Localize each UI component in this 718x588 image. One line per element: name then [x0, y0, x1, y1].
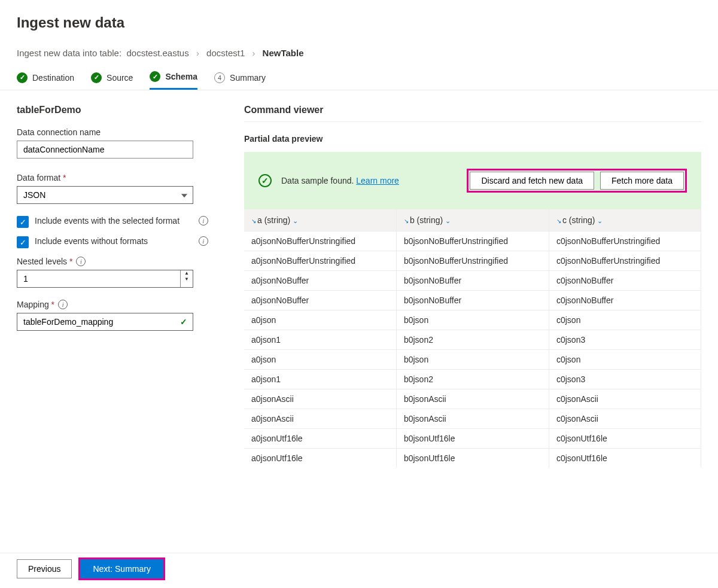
column-header[interactable]: ↘c (string)⌄ [549, 209, 701, 231]
chevron-right-icon: › [252, 48, 255, 58]
breadcrumb: Ingest new data into table: docstest.eas… [17, 48, 701, 58]
check-icon: ✓ [91, 72, 102, 83]
highlight-annotation: Discard and fetch new data Fetch more da… [467, 169, 687, 193]
step-label: Schema [165, 72, 197, 81]
table-row: a0jsonUtf16leb0jsonUtf16lec0jsonUtf16le [244, 449, 701, 468]
breadcrumb-item-current: NewTable [263, 48, 304, 58]
info-icon[interactable]: i [58, 300, 68, 309]
table-cell: b0jsonNoBufferUnstringified [396, 231, 549, 251]
data-format-label: Data format [17, 173, 66, 182]
table-row: a0jsonAsciib0jsonAsciic0jsonAscii [244, 389, 701, 409]
table-cell: b0jsonAscii [396, 409, 549, 429]
data-sample-alert: ✓ Data sample found. Learn more Discard … [244, 152, 701, 209]
table-cell: b0json2 [396, 330, 549, 350]
table-cell: c0json3 [549, 330, 701, 350]
checkbox-checked-icon: ✓ [17, 236, 29, 248]
check-icon: ✓ [150, 71, 160, 82]
table-cell: a0json1 [244, 330, 396, 350]
table-cell: a0json1 [244, 370, 396, 389]
table-row: a0jsonNoBufferUnstringifiedb0jsonNoBuffe… [244, 231, 701, 251]
table-row: a0jsonb0jsonc0json [244, 350, 701, 370]
conn-name-input[interactable] [17, 141, 193, 159]
table-cell: a0jsonUtf16le [244, 449, 396, 468]
fetch-more-button[interactable]: Fetch more data [600, 172, 684, 190]
checkbox-checked-icon: ✓ [17, 216, 29, 228]
conn-name-label: Data connection name [17, 127, 208, 137]
table-cell: a0jsonAscii [244, 389, 396, 409]
learn-more-link[interactable]: Learn more [356, 176, 399, 185]
table-cell: b0jsonUtf16le [396, 429, 549, 449]
info-icon[interactable]: i [199, 236, 208, 246]
table-cell: c0jsonNoBuffer [549, 291, 701, 310]
table-cell: a0jsonUtf16le [244, 429, 396, 449]
step-label: Source [107, 73, 133, 83]
table-cell: c0json [549, 350, 701, 370]
table-cell: a0jsonAscii [244, 409, 396, 429]
table-row: a0jsonb0jsonc0json [244, 310, 701, 330]
table-cell: b0json [396, 310, 549, 330]
alert-text: Data sample found. Learn more [281, 176, 458, 185]
step-label: Destination [32, 73, 74, 83]
check-icon: ✓ [17, 72, 28, 83]
preview-heading: Partial data preview [244, 134, 701, 144]
table-cell: b0json2 [396, 370, 549, 389]
table-row: a0jsonNoBufferb0jsonNoBufferc0jsonNoBuff… [244, 291, 701, 310]
breadcrumb-item[interactable]: docstest1 [206, 48, 245, 58]
success-icon: ✓ [258, 174, 272, 187]
chevron-right-icon: › [196, 48, 199, 58]
info-icon[interactable]: i [76, 257, 86, 266]
checkbox-selected-format[interactable]: ✓ Include events with the selected forma… [17, 216, 208, 228]
valid-check-icon: ✓ [180, 317, 187, 327]
table-cell: b0jsonNoBuffer [396, 291, 549, 310]
discard-fetch-button[interactable]: Discard and fetch new data [470, 172, 594, 190]
preview-table: ↘a (string)⌄↘b (string)⌄↘c (string)⌄ a0j… [244, 209, 701, 468]
nested-levels-input[interactable] [17, 270, 180, 287]
column-type-icon: ↘ [251, 218, 256, 224]
column-header[interactable]: ↘b (string)⌄ [396, 209, 549, 231]
column-header[interactable]: ↘a (string)⌄ [244, 209, 396, 231]
breadcrumb-prefix: Ingest new data into table: [17, 48, 121, 58]
step-up-icon[interactable]: ▲ [181, 270, 193, 276]
preview-panel: Command viewer Partial data preview ✓ Da… [244, 105, 701, 468]
step-label: Summary [230, 73, 266, 83]
table-cell: c0jsonNoBufferUnstringified [549, 231, 701, 251]
form-panel: tableForDemo Data connection name Data f… [17, 105, 208, 468]
step-schema[interactable]: ✓ Schema [150, 71, 197, 90]
column-type-icon: ↘ [404, 218, 409, 224]
breadcrumb-item[interactable]: docstest.eastus [126, 48, 188, 58]
table-row: a0jsonNoBufferUnstringifiedb0jsonNoBuffe… [244, 251, 701, 271]
checkbox-label: Include events without formats [35, 236, 148, 246]
table-row: a0jsonNoBufferb0jsonNoBufferc0jsonNoBuff… [244, 271, 701, 291]
info-icon[interactable]: i [199, 216, 208, 226]
column-type-icon: ↘ [556, 218, 561, 224]
table-row: a0jsonAsciib0jsonAsciic0jsonAscii [244, 409, 701, 429]
table-cell: c0jsonAscii [549, 409, 701, 429]
chevron-down-icon: ⌄ [293, 217, 298, 224]
table-cell: c0jsonUtf16le [549, 429, 701, 449]
table-cell: a0jsonNoBuffer [244, 271, 396, 291]
step-number-icon: 4 [214, 72, 225, 83]
step-down-icon[interactable]: ▼ [181, 276, 193, 282]
table-row: a0jsonUtf16leb0jsonUtf16lec0jsonUtf16le [244, 429, 701, 449]
step-destination[interactable]: ✓ Destination [17, 71, 74, 90]
step-summary[interactable]: 4 Summary [214, 71, 266, 90]
table-cell: a0jsonNoBuffer [244, 291, 396, 310]
chevron-down-icon: ⌄ [597, 217, 603, 224]
table-cell: c0jsonNoBufferUnstringified [549, 251, 701, 271]
data-format-select[interactable] [17, 186, 193, 204]
table-cell: b0jsonUtf16le [396, 449, 549, 468]
table-cell: a0jsonNoBufferUnstringified [244, 251, 396, 271]
table-cell: b0jsonNoBuffer [396, 271, 549, 291]
table-cell: c0jsonUtf16le [549, 449, 701, 468]
table-cell: b0jsonAscii [396, 389, 549, 409]
checkbox-without-formats[interactable]: ✓ Include events without formats i [17, 236, 208, 248]
nested-levels-label: Nested levels [17, 257, 72, 266]
table-cell: a0json [244, 350, 396, 370]
table-row: a0json1b0json2c0json3 [244, 330, 701, 350]
nested-levels-stepper[interactable]: ▲ ▼ [17, 270, 193, 288]
step-source[interactable]: ✓ Source [91, 71, 133, 90]
mapping-input[interactable] [17, 313, 193, 331]
command-viewer-heading: Command viewer [244, 105, 701, 122]
page-title: Ingest new data [17, 14, 701, 31]
chevron-down-icon: ⌄ [445, 217, 451, 224]
